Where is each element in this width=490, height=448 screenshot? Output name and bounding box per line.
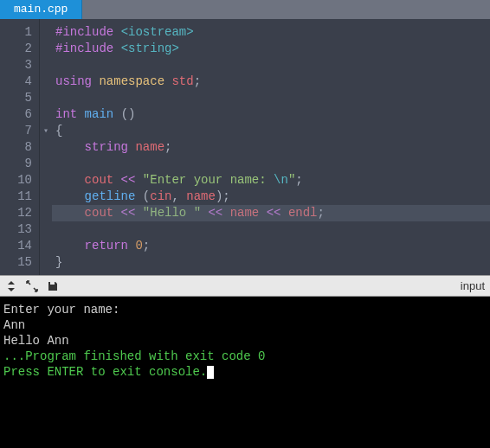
fold-marker [40, 74, 52, 90]
code-area[interactable]: #include <iostream>#include <string>usin… [52, 19, 490, 275]
line-number: 3 [0, 57, 32, 74]
code-line[interactable] [55, 156, 490, 172]
console-line: Ann [3, 317, 487, 333]
code-line[interactable]: #include <string> [55, 41, 490, 57]
console-line: ...Program finished with exit code 0 [3, 349, 487, 364]
fold-marker [40, 172, 52, 189]
code-line[interactable]: { [55, 123, 490, 139]
console-toolbar: input [0, 275, 490, 297]
line-number: 13 [0, 221, 32, 238]
fold-marker [40, 156, 52, 172]
line-number: 12 [0, 205, 32, 221]
code-line[interactable]: #include <iostream> [55, 24, 490, 41]
fold-marker [40, 24, 52, 41]
line-number: 7 [0, 123, 32, 139]
line-number: 11 [0, 189, 32, 205]
expand-icon[interactable] [26, 280, 38, 292]
line-number: 9 [0, 156, 32, 172]
line-number: 1 [0, 24, 32, 41]
line-number: 8 [0, 139, 32, 156]
console-line: Hello Ann [3, 333, 487, 349]
line-number: 5 [0, 90, 32, 106]
console-line: Enter your name: [3, 302, 487, 317]
fold-marker [40, 106, 52, 123]
fold-marker[interactable]: ▾ [40, 123, 52, 139]
file-tab[interactable]: main.cpp [0, 0, 82, 19]
fold-marker [40, 41, 52, 57]
code-line[interactable] [55, 221, 490, 238]
line-number: 10 [0, 172, 32, 189]
line-gutter: 123456789101112131415 [0, 19, 40, 275]
line-number: 2 [0, 41, 32, 57]
file-tab-label: main.cpp [14, 3, 68, 16]
console-output[interactable]: Enter your name:AnnHello Ann...Program f… [0, 297, 490, 448]
fold-marker [40, 221, 52, 238]
collapse-icon[interactable] [5, 280, 17, 292]
line-number: 14 [0, 238, 32, 254]
fold-marker [40, 139, 52, 156]
code-line[interactable] [55, 57, 490, 74]
fold-marker [40, 205, 52, 221]
code-line[interactable]: getline (cin, name); [55, 189, 490, 205]
fold-marker [40, 238, 52, 254]
code-line[interactable]: using namespace std; [55, 74, 490, 90]
line-number: 15 [0, 254, 32, 271]
text-cursor [207, 366, 214, 379]
code-line[interactable]: return 0; [55, 238, 490, 254]
line-number: 4 [0, 74, 32, 90]
fold-marker [40, 189, 52, 205]
fold-marker [40, 254, 52, 271]
tab-bar: main.cpp [0, 0, 490, 19]
code-line[interactable]: cout << "Enter your name: \n"; [55, 172, 490, 189]
fold-marker [40, 57, 52, 74]
fold-marker [40, 90, 52, 106]
code-line[interactable] [55, 90, 490, 106]
code-editor[interactable]: 123456789101112131415 ▾ #include <iostre… [0, 19, 490, 275]
save-icon[interactable] [47, 280, 59, 292]
console-line: Press ENTER to exit console. [3, 364, 487, 380]
line-number: 6 [0, 106, 32, 123]
code-line[interactable]: string name; [55, 139, 490, 156]
toolbar-right-label: input [461, 279, 485, 292]
code-line[interactable]: } [55, 254, 490, 271]
code-line[interactable]: int main () [55, 106, 490, 123]
code-line[interactable]: cout << "Hello " << name << endl; [55, 205, 490, 221]
fold-column: ▾ [40, 19, 52, 275]
